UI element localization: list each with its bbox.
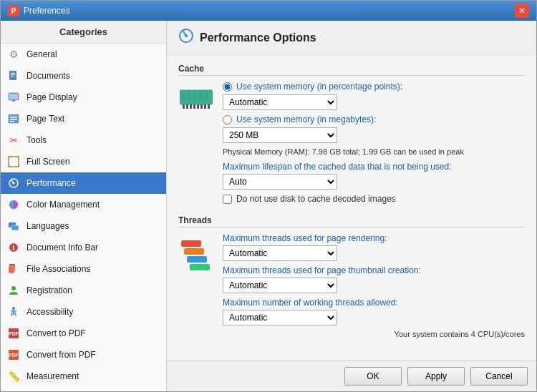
svg-rect-3 [11,76,14,77]
convert-from-icon: PDF [6,348,21,362]
doc-info-icon: i [6,240,21,255]
thumbnail-label: Maximum threads used for page thumbnail … [223,265,525,275]
svg-rect-46 [190,264,210,270]
svg-rect-1 [11,73,15,74]
svg-rect-9 [10,119,17,120]
percentage-select[interactable]: Automatic [223,94,337,110]
performance-icon [6,176,21,190]
page-text-icon [6,112,21,126]
svg-rect-11 [9,157,19,167]
svg-rect-35 [183,104,185,109]
panel-header: Performance Options [167,21,536,55]
sidebar: Categories ⚙ General Documents Page D [1,21,167,391]
sidebar-item-registration[interactable]: Registration [1,280,166,301]
registration-icon [6,283,21,298]
radio-percentage[interactable] [223,82,232,92]
disk-cache-label: Do not use disk to cache decoded images [236,194,396,204]
lifespan-label: Maximum lifespan of the cached data that… [223,162,525,172]
sidebar-item-tools[interactable]: ✂ Tools [1,129,166,151]
sidebar-item-page-text[interactable]: Page Text [1,108,166,129]
rendering-label: Maximum threads used for page rendering: [223,233,525,243]
sidebar-label-page-text: Page Text [26,114,64,124]
radio-row-2: Use system memory (in megabytes): [223,114,525,124]
sidebar-label-performance: Performance [26,178,76,188]
documents-icon [6,69,21,83]
title-bar-left: P Preferences [8,5,70,16]
sidebar-label-accessibility: Accessibility [26,307,73,317]
close-button[interactable]: ✕ [515,4,529,18]
radio-megabytes[interactable] [223,115,232,124]
svg-rect-20 [9,266,14,273]
checkbox-row: Do not use disk to cache decoded images [223,194,525,204]
ram-icon-container [178,82,214,120]
sidebar-item-page-display[interactable]: Page Display [1,87,166,108]
general-icon: ⚙ [6,47,21,62]
svg-text:PDF: PDF [9,353,19,358]
svg-rect-30 [181,92,185,100]
page-display-icon [6,90,21,104]
color-mgmt-icon [6,197,21,212]
app-icon: P [8,5,19,16]
lifespan-select[interactable]: Auto [223,174,337,190]
sidebar-label-documents: Documents [26,71,70,81]
panel-title: Performance Options [200,31,316,44]
accessibility-icon [6,305,21,319]
svg-rect-44 [184,248,204,255]
sidebar-list: ⚙ General Documents Page Display [1,44,166,391]
svg-rect-43 [181,240,201,247]
rendering-select[interactable]: Automatic [223,245,337,261]
sidebar-item-accessibility[interactable]: Accessibility [1,301,166,323]
cancel-button[interactable]: Cancel [470,367,528,386]
svg-rect-2 [11,74,15,75]
svg-rect-10 [10,121,14,122]
svg-rect-16 [11,225,19,230]
sidebar-item-languages[interactable]: Languages [1,215,166,237]
ok-button[interactable]: OK [344,367,402,386]
sidebar-item-color-mgmt[interactable]: Color Management [1,194,166,215]
sidebar-label-convert-pdf: Convert to PDF [26,328,86,338]
svg-rect-36 [186,104,188,109]
sidebar-item-documents[interactable]: Documents [1,65,166,87]
svg-rect-45 [187,256,207,263]
sidebar-label-full-screen: Full Screen [26,157,70,167]
disk-cache-checkbox[interactable] [223,195,232,204]
cache-section-body: Use system memory (in percentage points)… [178,82,525,204]
sidebar-item-performance[interactable]: Performance [1,172,166,194]
measurement-icon: 📏 [6,369,21,383]
radio-percentage-label: Use system memory (in percentage points)… [236,82,402,92]
dialog-title: Preferences [24,6,70,16]
languages-icon [6,219,21,233]
svg-rect-34 [204,92,208,100]
threads-icon-container [178,233,214,279]
tools-icon: ✂ [6,133,21,147]
working-select[interactable]: Automatic [223,310,337,325]
threads-section-body: Maximum threads used for page rendering:… [178,233,525,338]
sidebar-header: Categories [1,21,166,44]
ram-svg [180,87,213,110]
thumbnail-select[interactable]: Automatic [223,278,337,293]
sidebar-item-measurement[interactable]: 📏 Measurement [1,366,166,387]
sidebar-item-convert-from[interactable]: PDF Convert from PDF [1,344,166,366]
svg-rect-0 [9,71,16,80]
apply-button[interactable]: Apply [407,367,465,386]
preferences-dialog: P Preferences ✕ Categories ⚙ General Doc… [0,0,537,392]
sidebar-item-full-screen[interactable]: Full Screen [1,151,166,172]
panel-content: Cache [167,55,536,361]
sidebar-label-file-assoc: File Associations [26,264,90,274]
sidebar-label-doc-info: Document Info Bar [26,242,98,253]
radio-megabytes-label: Use system memory (in megabytes): [236,114,376,124]
sidebar-label-registration: Registration [26,285,72,295]
svg-rect-39 [197,104,199,109]
threads-section-title: Threads [178,215,525,227]
cache-controls: Use system memory (in percentage points)… [223,82,525,204]
megabytes-select[interactable]: 250 MB [223,127,337,143]
sidebar-item-general[interactable]: ⚙ General [1,44,166,65]
threads-section: Threads [178,215,525,338]
sidebar-item-file-assoc[interactable]: File Associations [1,258,166,280]
svg-rect-38 [193,104,195,109]
svg-text:PDF: PDF [9,331,19,336]
panel-header-icon [178,28,194,47]
sidebar-item-doc-info[interactable]: i Document Info Bar [1,237,166,258]
sidebar-item-convert-pdf[interactable]: PDF Convert to PDF [1,323,166,344]
sidebar-item-identity[interactable]: 🪪 Identity [1,387,166,391]
